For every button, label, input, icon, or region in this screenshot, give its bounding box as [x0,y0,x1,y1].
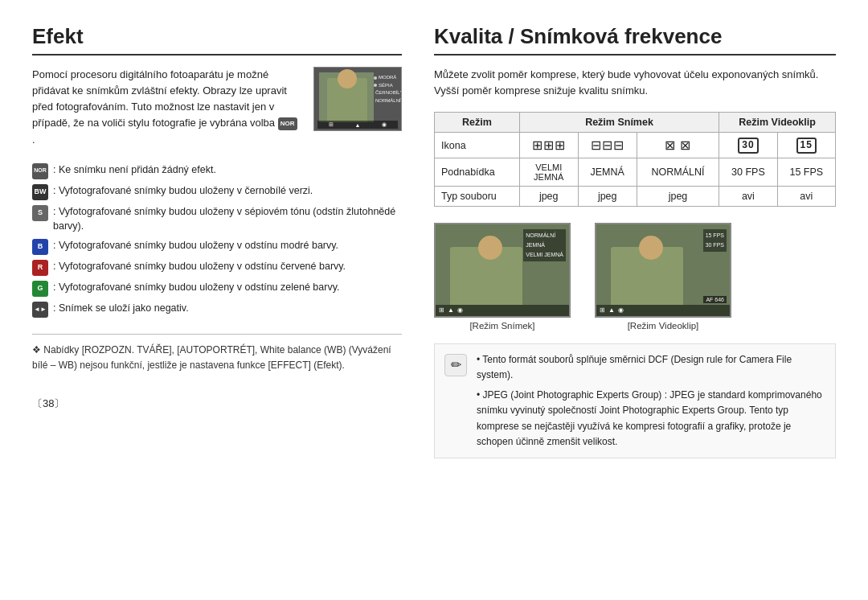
file-cell-2: jpeg [578,186,637,206]
icon-cell-4: 30 [719,133,777,158]
effect-bw-text: : Vyfotografované snímky budou uloženy v… [53,183,313,199]
quality-table: Režim Režim Snímek Režim Videoklip Ikona… [434,112,836,207]
snimek-menu: NORMÁLNÍJEMNÁVELMI JEMNÁ [523,229,566,261]
note-line-2: • JPEG (Joint Photographic Experts Group… [477,388,825,450]
videoklip-bottom-bar: ⊞ ▲ ◉ [596,305,730,316]
thumb-bottom-bar: ⊞ ▲ ◉ [317,121,398,129]
thumb-icon3: ◉ [382,121,387,128]
badge-g: G [32,281,48,297]
effect-item-s: S : Vyfotografované snímky budou uloženy… [32,204,402,235]
left-column: Efekt Pomocí procesoru digitálního fotoa… [32,24,402,458]
thumb-menu: MODRÁ SÉPIA ČERNOBÍLÝ NORMÁLNÍ [374,74,398,105]
left-title: Efekt [32,24,402,55]
effect-item-r: R : Vyfotografované snímky budou uloženy… [32,259,402,276]
col-header-rezim-videoklip: Režim Videoklip [719,113,836,133]
badge-s: S [32,205,48,221]
notes-icon: ✏ [444,354,467,376]
intro-text: Pomocí procesoru digitálního fotoaparátu… [32,67,302,148]
note-line-1: • Tento formát souborů splňuje směrnici … [477,352,825,383]
sub-cell-3: NORMÁLNÍ [637,158,719,186]
table-row-file: Typ souboru jpeg jpeg jpeg avi avi [435,186,836,206]
snimek-bottom-bar: ⊞ ▲ ◉ [436,305,569,316]
col-header-mode: Režim [435,113,520,133]
badge-nor: NOR [32,163,48,179]
videoklip-bottom-icons: ⊞ ▲ ◉ [600,306,624,314]
col-header-rezim-snimek: Režim Snímek [519,113,719,133]
icon-num-15: 15 [796,138,817,154]
bottom-icon-circle2: ◉ [618,306,624,314]
bottom-icon-arrow2: ▲ [608,306,615,314]
badge-b: B [32,239,48,255]
page-layout: Efekt Pomocí procesoru digitálního fotoa… [32,24,836,458]
file-cell-4: avi [719,186,777,206]
screen-head [478,236,502,260]
thumb-screen [319,72,374,122]
bottom-icon-grid2: ⊞ [600,306,605,314]
nor-inline-badge: NOR [278,117,297,130]
sub-cell-1: VELMIJEMNÁ [519,158,578,186]
effect-item-bw: BW : Vyfotografované snímky budou uložen… [32,183,402,200]
bottom-icon-circle: ◉ [457,306,463,314]
row-icon-label: Ikona [435,133,520,158]
badge-bw: BW [32,184,48,200]
row-sub-label: Podnabídka [435,158,520,186]
thumb-icon1: ⊞ [329,121,334,128]
thumb-snimek-label: [Režim Snímek] [469,321,534,331]
screen-head2 [639,236,663,260]
af-badge: AF 646 [703,296,727,303]
thumb-videoklip-block: 15 FPS30 FPS AF 646 ⊞ ▲ ◉ [Režim Videokl… [595,223,731,331]
sub-cell-4: 30 FPS [719,158,777,186]
cam-screen-videoklip: 15 FPS30 FPS AF 646 ⊞ ▲ ◉ [595,223,731,318]
snimek-bottom-icons: ⊞ ▲ ◉ [439,306,463,314]
sub-cell-2: JEMNÁ [578,158,637,186]
bottom-icon-arrow: ▲ [448,306,454,314]
effect-s-text: : Vyfotografované snímky budou uloženy v… [53,204,402,235]
effect-item-neg: ◄► : Snímek se uloží jako negativ. [32,301,402,318]
effect-item-nor: NOR : Ke snímku není přidán žádný efekt. [32,162,402,179]
thumb-snimek-block: NORMÁLNÍJEMNÁVELMI JEMNÁ ⊞ ▲ ◉ [Režim Sn… [434,223,571,331]
page-number: 〔38〕 [32,397,402,411]
file-cell-5: avi [777,186,835,206]
table-row-sub: Podnabídka VELMIJEMNÁ JEMNÁ NORMÁLNÍ 30 … [435,158,836,186]
menu-dot [374,76,377,80]
notes-right: ✏ • Tento formát souborů splňuje směrnic… [434,343,836,458]
effect-r-text: : Vyfotografované snímky budou uloženy v… [53,259,346,274]
file-cell-1: jpeg [519,186,578,206]
icon-cell-5: 15 [777,133,835,158]
bottom-icon-grid: ⊞ [439,306,444,314]
effect-items-list: NOR : Ke snímku není přidán žádný efekt.… [32,162,402,318]
right-title: Kvalita / Snímková frekvence [434,24,836,55]
intro-block: Pomocí procesoru digitálního fotoaparátu… [32,67,402,148]
camera-thumbnail: MODRÁ SÉPIA ČERNOBÍLÝ NORMÁLNÍ ⊞ ▲ ◉ [313,67,402,131]
notes-text: • Tento formát souborů splňuje směrnici … [477,352,825,450]
videoklip-menu: 15 FPS30 FPS [703,229,727,252]
icon-cell-1: ⊞⊞⊞ [519,133,578,158]
thumb-videoklip-label: [Režim Videoklip] [628,321,699,331]
icon-num-30: 30 [738,138,758,154]
intro-paragraph: Pomocí procesoru digitálního fotoaparátu… [32,68,302,146]
effect-item-g: G : Vyfotografované snímky budou uloženy… [32,280,402,297]
note-symbol: ❖ [32,344,43,355]
icon-cell-3: ⊠ ⊠ [637,133,719,158]
badge-neg: ◄► [32,302,48,318]
cam-screen-snimek: NORMÁLNÍJEMNÁVELMI JEMNÁ ⊞ ▲ ◉ [434,223,571,318]
right-intro: Můžete zvolit poměr komprese, který bude… [434,67,836,99]
sub-cell-5: 15 FPS [777,158,835,186]
row-file-label: Typ souboru [435,186,520,206]
effect-nor-text: : Ke snímku není přidán žádný efekt. [53,162,216,178]
note-block: ❖ Nabídky [ROZPOZN. TVÁŘE], [AUTOPORTRÉT… [32,334,402,372]
effect-neg-text: : Snímek se uloží jako negativ. [53,301,189,316]
badge-r: R [32,260,48,276]
right-column: Kvalita / Snímková frekvence Můžete zvol… [434,24,836,458]
thumb-person-head [338,69,357,88]
file-cell-3: jpeg [637,186,719,206]
effect-g-text: : Vyfotografované snímky budou uloženy v… [53,280,339,295]
thumb-icon2: ▲ [355,122,361,128]
table-row-icon: Ikona ⊞⊞⊞ ⊟⊟⊟ ⊠ ⊠ 30 15 [435,133,836,158]
effect-b-text: : Vyfotografované snímky budou uloženy v… [53,238,338,253]
note-text: Nabídky [ROZPOZN. TVÁŘE], [AUTOPORTRÉT],… [32,344,391,371]
menu-dot [374,84,377,87]
effect-item-b: B : Vyfotografované snímky budou uloženy… [32,238,402,255]
thumbs-row: NORMÁLNÍJEMNÁVELMI JEMNÁ ⊞ ▲ ◉ [Režim Sn… [434,223,836,331]
icon-cell-2: ⊟⊟⊟ [578,133,637,158]
